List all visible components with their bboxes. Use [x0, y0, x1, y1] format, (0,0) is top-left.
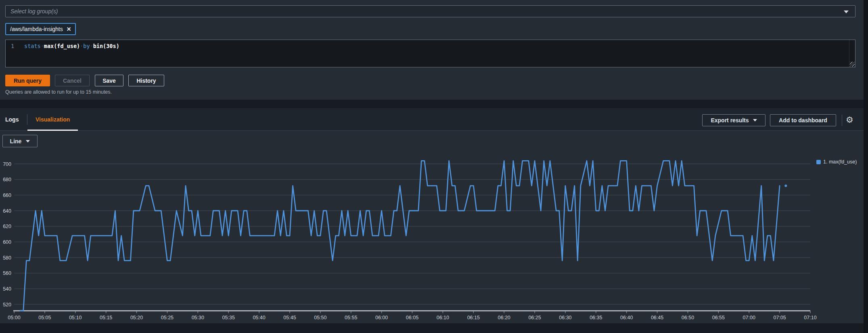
svg-text:06:05: 06:05	[406, 315, 418, 320]
svg-text:06:50: 06:50	[682, 315, 694, 320]
query-panel: Select log group(s) /aws/lambda-insights…	[0, 0, 864, 100]
svg-text:05:25: 05:25	[161, 315, 174, 320]
tab-divider	[27, 114, 27, 125]
svg-text:05:00: 05:00	[8, 315, 20, 320]
results-panel: Logs Visualization Export results Add to…	[0, 108, 864, 323]
add-to-dashboard-label: Add to dashboard	[779, 117, 827, 124]
svg-text:520: 520	[3, 302, 11, 308]
series-last-point	[784, 184, 787, 187]
history-button[interactable]: History	[128, 75, 164, 86]
query-text[interactable]: stats·max(fd_use)·by·bin(30s)	[19, 43, 119, 49]
svg-text:06:20: 06:20	[498, 315, 510, 320]
svg-text:560: 560	[3, 270, 11, 276]
chevron-down-icon	[753, 119, 757, 121]
query-limit-note: Queries are allowed to run for up to 15 …	[5, 89, 112, 95]
log-group-token-label: /aws/lambda-insights	[10, 26, 63, 32]
svg-text:05:35: 05:35	[222, 315, 235, 320]
log-group-token[interactable]: /aws/lambda-insights ✕	[5, 23, 76, 35]
query-editor[interactable]: 1 stats·max(fd_use)·by·bin(30s)	[5, 40, 855, 67]
tab-logs[interactable]: Logs	[5, 116, 19, 123]
query-token-func: bin(30s)	[93, 43, 119, 49]
svg-text:06:25: 06:25	[528, 315, 541, 320]
editor-resize-grip[interactable]	[850, 62, 855, 67]
legend-swatch	[816, 160, 821, 164]
svg-text:05:10: 05:10	[69, 315, 82, 320]
chevron-down-icon	[26, 140, 30, 142]
svg-text:540: 540	[3, 286, 11, 292]
svg-text:07:05: 07:05	[773, 315, 786, 320]
run-query-button[interactable]: Run query	[5, 75, 50, 86]
active-tab-underline	[27, 130, 78, 131]
svg-text:680: 680	[3, 177, 11, 182]
svg-text:07:00: 07:00	[743, 315, 755, 320]
svg-text:07:10: 07:10	[804, 315, 816, 320]
line-chart-svg: 52054056058060062064066068070005:0005:05…	[0, 153, 864, 323]
settings-gear-icon[interactable]: ⚙	[846, 115, 853, 125]
chart-type-dropdown[interactable]: Line	[2, 135, 38, 147]
svg-text:06:45: 06:45	[651, 315, 663, 320]
svg-text:05:50: 05:50	[314, 315, 326, 320]
query-token-keyword: by	[83, 43, 90, 49]
svg-text:580: 580	[3, 255, 11, 261]
svg-text:05:40: 05:40	[253, 315, 265, 320]
page-scrollbar[interactable]	[864, 0, 868, 333]
editor-scrollbar[interactable]	[849, 40, 849, 67]
line-number: 1	[6, 43, 19, 49]
remove-token-icon[interactable]: ✕	[67, 26, 71, 32]
svg-text:700: 700	[3, 161, 11, 167]
cancel-button[interactable]: Cancel	[55, 75, 90, 86]
tab-visualization[interactable]: Visualization	[36, 116, 70, 123]
svg-text:06:30: 06:30	[559, 315, 571, 320]
log-group-select[interactable]: Select log group(s)	[5, 5, 855, 17]
svg-text:06:35: 06:35	[590, 315, 602, 320]
svg-text:06:10: 06:10	[437, 315, 449, 320]
add-to-dashboard-button[interactable]: Add to dashboard	[770, 114, 836, 126]
export-results-label: Export results	[711, 117, 749, 124]
query-editor-line: 1 stats·max(fd_use)·by·bin(30s)	[6, 40, 855, 49]
log-group-select-placeholder: Select log group(s)	[6, 8, 58, 15]
header-divider	[842, 115, 842, 126]
chart-legend[interactable]: 1. max(fd_use)	[816, 159, 857, 165]
svg-text:05:05: 05:05	[38, 315, 51, 320]
svg-text:05:15: 05:15	[100, 315, 112, 320]
chevron-down-icon	[844, 10, 849, 13]
svg-text:600: 600	[3, 239, 11, 245]
export-results-button[interactable]: Export results	[702, 114, 766, 126]
svg-text:06:40: 06:40	[620, 315, 633, 320]
svg-text:640: 640	[3, 208, 11, 214]
svg-text:06:15: 06:15	[467, 315, 480, 320]
series-line-max-fd-use	[20, 161, 780, 310]
svg-text:06:55: 06:55	[712, 315, 725, 320]
svg-text:05:20: 05:20	[130, 315, 143, 320]
cloudwatch-logs-insights-page: Select log group(s) /aws/lambda-insights…	[0, 0, 868, 333]
svg-text:05:55: 05:55	[345, 315, 357, 320]
query-token-dot: ·	[41, 43, 44, 49]
axis-labels: 52054056058060062064066068070005:0005:05…	[3, 161, 817, 321]
query-token-dot: ·	[90, 43, 93, 49]
svg-text:06:00: 06:00	[375, 315, 388, 320]
save-button[interactable]: Save	[95, 75, 123, 86]
query-token-keyword: stats	[24, 43, 41, 49]
visualization-chart: 52054056058060062064066068070005:0005:05…	[0, 153, 864, 323]
legend-label: 1. max(fd_use)	[823, 159, 857, 165]
chart-type-label: Line	[10, 138, 22, 145]
svg-text:05:30: 05:30	[192, 315, 204, 320]
svg-text:660: 660	[3, 193, 11, 198]
results-tab-bar: Logs Visualization Export results Add to…	[0, 108, 864, 131]
query-token-func: max(fd_use)	[44, 43, 80, 49]
svg-text:620: 620	[3, 224, 11, 229]
svg-text:05:45: 05:45	[283, 315, 296, 320]
